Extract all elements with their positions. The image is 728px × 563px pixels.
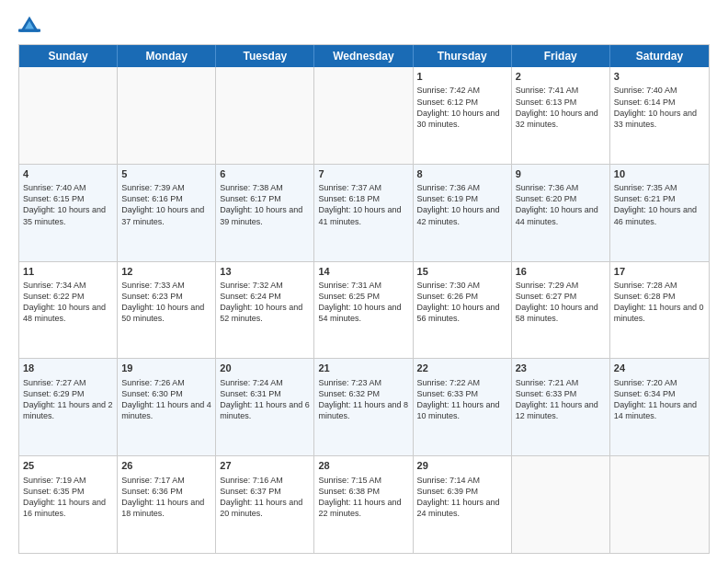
- day-info: Daylight: 10 hours and 39 minutes.: [220, 204, 310, 226]
- calendar: SundayMondayTuesdayWednesdayThursdayFrid…: [18, 44, 710, 554]
- day-info: Sunrise: 7:41 AM: [516, 85, 606, 96]
- day-cell-18: 18Sunrise: 7:27 AMSunset: 6:29 PMDayligh…: [19, 359, 118, 455]
- day-info: Sunrise: 7:33 AM: [121, 280, 211, 291]
- week-row-3: 11Sunrise: 7:34 AMSunset: 6:22 PMDayligh…: [19, 262, 709, 360]
- day-cell-23: 23Sunrise: 7:21 AMSunset: 6:33 PMDayligh…: [512, 359, 610, 455]
- day-info: Sunset: 6:20 PM: [516, 193, 606, 204]
- day-info: Daylight: 10 hours and 50 minutes.: [121, 302, 211, 324]
- day-info: Daylight: 10 hours and 35 minutes.: [23, 204, 113, 226]
- day-cell-14: 14Sunrise: 7:31 AMSunset: 6:25 PMDayligh…: [314, 262, 413, 359]
- day-info: Daylight: 11 hours and 0 minutes.: [614, 302, 705, 324]
- day-info: Sunrise: 7:35 AM: [614, 182, 705, 193]
- day-cell-24: 24Sunrise: 7:20 AMSunset: 6:34 PMDayligh…: [610, 359, 709, 455]
- day-info: Daylight: 11 hours and 4 minutes.: [121, 399, 211, 421]
- week-row-5: 25Sunrise: 7:19 AMSunset: 6:35 PMDayligh…: [19, 456, 709, 553]
- day-header-friday: Friday: [512, 45, 610, 67]
- day-number: 13: [220, 265, 310, 279]
- day-info: Sunrise: 7:23 AM: [318, 377, 408, 388]
- day-number: 18: [23, 362, 113, 375]
- day-info: Sunrise: 7:27 AM: [23, 377, 113, 388]
- day-info: Sunset: 6:31 PM: [220, 388, 310, 399]
- day-info: Sunset: 6:22 PM: [23, 291, 113, 302]
- day-header-tuesday: Tuesday: [216, 45, 314, 67]
- day-cell-21: 21Sunrise: 7:23 AMSunset: 6:32 PMDayligh…: [314, 359, 413, 455]
- day-number: 28: [318, 459, 408, 473]
- day-cell-29: 29Sunrise: 7:14 AMSunset: 6:39 PMDayligh…: [414, 456, 512, 553]
- day-number: 8: [417, 167, 507, 181]
- day-info: Daylight: 10 hours and 48 minutes.: [23, 302, 113, 324]
- day-info: Sunset: 6:38 PM: [318, 486, 408, 497]
- day-info: Sunrise: 7:26 AM: [121, 377, 211, 388]
- day-info: Sunrise: 7:15 AM: [318, 475, 408, 486]
- day-number: 9: [516, 167, 606, 181]
- day-header-thursday: Thursday: [414, 45, 512, 67]
- day-info: Sunrise: 7:22 AM: [417, 377, 507, 388]
- day-cell-5: 5Sunrise: 7:39 AMSunset: 6:16 PMDaylight…: [118, 165, 216, 261]
- day-info: Sunset: 6:27 PM: [516, 291, 606, 302]
- day-info: Daylight: 10 hours and 52 minutes.: [220, 302, 310, 324]
- day-number: 24: [614, 362, 705, 375]
- day-info: Sunrise: 7:36 AM: [516, 182, 606, 193]
- day-info: Sunrise: 7:19 AM: [23, 475, 113, 486]
- day-header-monday: Monday: [118, 45, 216, 67]
- day-number: 14: [318, 265, 408, 279]
- day-info: Sunrise: 7:42 AM: [417, 85, 507, 96]
- day-info: Sunset: 6:30 PM: [121, 388, 211, 399]
- day-cell-8: 8Sunrise: 7:36 AMSunset: 6:19 PMDaylight…: [414, 165, 512, 261]
- day-info: Daylight: 11 hours and 10 minutes.: [417, 399, 507, 421]
- day-info: Sunset: 6:24 PM: [220, 291, 310, 302]
- day-info: Sunset: 6:33 PM: [516, 388, 606, 399]
- calendar-page: SundayMondayTuesdayWednesdayThursdayFrid…: [0, 0, 728, 563]
- day-info: Sunrise: 7:14 AM: [417, 475, 507, 486]
- empty-cell: [216, 67, 314, 164]
- day-info: Sunrise: 7:20 AM: [614, 377, 705, 388]
- day-header-sunday: Sunday: [19, 45, 118, 67]
- day-cell-12: 12Sunrise: 7:33 AMSunset: 6:23 PMDayligh…: [118, 262, 216, 359]
- day-info: Sunset: 6:13 PM: [516, 97, 606, 108]
- day-info: Sunrise: 7:32 AM: [220, 280, 310, 291]
- day-number: 1: [417, 70, 507, 84]
- day-info: Sunrise: 7:28 AM: [614, 280, 705, 291]
- day-info: Sunrise: 7:38 AM: [220, 182, 310, 193]
- day-number: 29: [417, 459, 507, 473]
- day-info: Daylight: 11 hours and 24 minutes.: [417, 497, 507, 519]
- day-info: Daylight: 11 hours and 18 minutes.: [121, 497, 211, 519]
- logo-icon: [18, 15, 40, 37]
- day-number: 20: [220, 362, 310, 375]
- day-info: Daylight: 10 hours and 30 minutes.: [417, 108, 507, 130]
- day-info: Sunset: 6:15 PM: [23, 193, 113, 204]
- day-info: Daylight: 10 hours and 42 minutes.: [417, 204, 507, 226]
- day-info: Daylight: 11 hours and 16 minutes.: [23, 497, 113, 519]
- day-number: 21: [318, 362, 408, 375]
- day-info: Sunrise: 7:29 AM: [516, 280, 606, 291]
- day-number: 19: [121, 362, 211, 375]
- day-info: Sunset: 6:18 PM: [318, 193, 408, 204]
- day-cell-15: 15Sunrise: 7:30 AMSunset: 6:26 PMDayligh…: [414, 262, 512, 359]
- day-cell-25: 25Sunrise: 7:19 AMSunset: 6:35 PMDayligh…: [19, 456, 118, 553]
- day-number: 22: [417, 362, 507, 375]
- day-info: Daylight: 11 hours and 12 minutes.: [516, 399, 606, 421]
- day-number: 17: [614, 265, 705, 279]
- day-info: Daylight: 10 hours and 32 minutes.: [516, 108, 606, 130]
- day-info: Sunset: 6:34 PM: [614, 388, 705, 399]
- day-info: Daylight: 10 hours and 46 minutes.: [614, 204, 705, 226]
- day-cell-28: 28Sunrise: 7:15 AMSunset: 6:38 PMDayligh…: [314, 456, 413, 553]
- day-info: Daylight: 10 hours and 56 minutes.: [417, 302, 507, 324]
- day-cell-22: 22Sunrise: 7:22 AMSunset: 6:33 PMDayligh…: [414, 359, 512, 455]
- calendar-header: SundayMondayTuesdayWednesdayThursdayFrid…: [19, 45, 709, 67]
- calendar-body: 1Sunrise: 7:42 AMSunset: 6:12 PMDaylight…: [19, 67, 709, 553]
- day-info: Sunset: 6:29 PM: [23, 388, 113, 399]
- day-cell-2: 2Sunrise: 7:41 AMSunset: 6:13 PMDaylight…: [512, 67, 610, 164]
- day-number: 25: [23, 459, 113, 473]
- day-info: Sunset: 6:35 PM: [23, 486, 113, 497]
- empty-cell: [512, 456, 610, 553]
- header: [18, 15, 710, 37]
- day-info: Sunrise: 7:37 AM: [318, 182, 408, 193]
- day-number: 27: [220, 459, 310, 473]
- day-cell-11: 11Sunrise: 7:34 AMSunset: 6:22 PMDayligh…: [19, 262, 118, 359]
- day-info: Sunrise: 7:40 AM: [23, 182, 113, 193]
- day-info: Daylight: 10 hours and 44 minutes.: [516, 204, 606, 226]
- day-info: Daylight: 11 hours and 8 minutes.: [318, 399, 408, 421]
- day-info: Daylight: 10 hours and 58 minutes.: [516, 302, 606, 324]
- day-info: Sunrise: 7:16 AM: [220, 475, 310, 486]
